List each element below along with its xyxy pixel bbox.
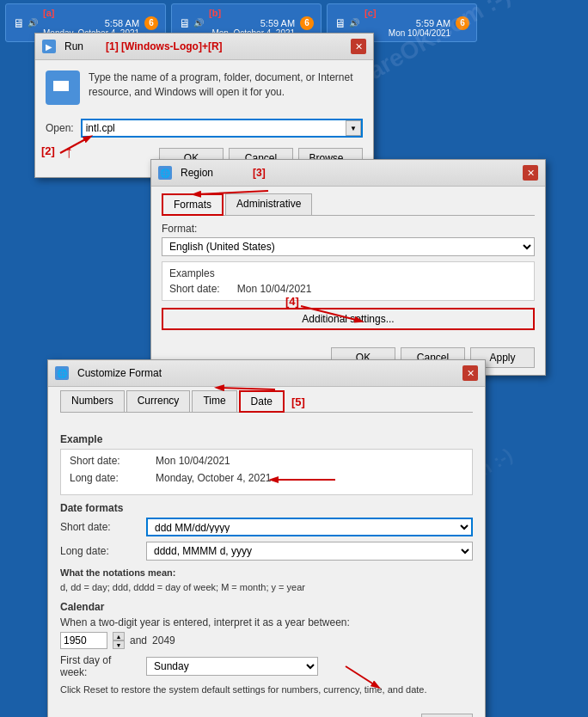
- notation-title: What the notations mean:: [60, 567, 175, 578]
- taskbar-time-c: 5:59 AM Mon 10/04/2021: [364, 18, 450, 38]
- run-dialog: ▶ Run [1] [Windows-Logo]+[R] ✕ Type the …: [34, 33, 374, 178]
- customize-dialog: 🌐 Customize Format ✕ Numbers Currency Ti…: [47, 359, 486, 717]
- year-from-up[interactable]: ▲: [113, 632, 125, 640]
- region-example-row: Short date: Mon 10/04/2021: [169, 283, 527, 295]
- customize-short-date-label: Short date:: [70, 455, 147, 467]
- region-titlebar: 🌐 Region [3] ✕: [151, 160, 545, 187]
- tab-time[interactable]: Time: [192, 390, 236, 412]
- short-date-format-label: Short date:: [60, 521, 138, 533]
- run-input-wrap: ▼: [81, 119, 363, 138]
- region-close-button[interactable]: ✕: [523, 165, 538, 181]
- year-from-down[interactable]: ▼: [113, 640, 125, 649]
- region-title: 🌐 Region [3]: [158, 166, 266, 180]
- tab-administrative[interactable]: Administrative: [225, 193, 312, 215]
- taskbar-label-b: [b]: [209, 8, 295, 18]
- customize-short-date-value: Mon 10/04/2021: [156, 455, 230, 467]
- first-day-select[interactable]: Sunday: [146, 657, 318, 676]
- customize-titlebar: 🌐 Customize Format ✕: [48, 360, 485, 387]
- year-and-label: and: [130, 634, 147, 647]
- run-annotation: [1] [Windows-Logo]+[R]: [106, 40, 223, 52]
- region-body: Formats Administrative Format: English (…: [151, 187, 545, 342]
- region-dialog: 🌐 Region [3] ✕ Formats Administrative Fo…: [150, 159, 546, 376]
- run-title: ▶ Run [1] [Windows-Logo]+[R]: [42, 40, 223, 53]
- taskbar-icon-b: 🖥 🔊: [179, 16, 204, 30]
- date-formats-header: Date formats: [60, 502, 473, 514]
- region-short-date-value: Mon 10/04/2021: [237, 283, 312, 295]
- run-close-button[interactable]: ✕: [351, 39, 366, 54]
- customize-body: Example Short date: Mon 10/04/2021 Long …: [48, 420, 485, 710]
- region-format-row: Format: English (United States): [162, 223, 535, 256]
- notation-text: What the notations mean: d, dd = day; dd…: [60, 566, 473, 594]
- year-from-spin: ▲ ▼: [113, 632, 125, 649]
- first-day-row: First day of week: Sunday: [60, 654, 473, 678]
- first-day-label: First day of week:: [60, 654, 138, 678]
- customize-long-date-value: Monday, October 4, 2021: [156, 472, 272, 484]
- taskbar-badge-b: 6: [300, 16, 314, 30]
- svg-rect-2: [57, 93, 65, 95]
- run-body: Type the name of a program, folder, docu…: [35, 60, 373, 115]
- run-icon: ▶: [42, 40, 56, 53]
- calendar-header: Calendar: [60, 601, 473, 613]
- customize-long-date-row: Long date: Monday, October 4, 2021: [70, 472, 463, 484]
- taskbar-icon-a: 🖥 🔊: [13, 16, 38, 30]
- run-dropdown-button[interactable]: ▼: [346, 120, 361, 136]
- taskbar-label-a: [a]: [43, 8, 139, 18]
- taskbar-label-c: [c]: [364, 8, 450, 18]
- additional-row: Additional settings...: [162, 308, 535, 330]
- customize-short-date-row: Short date: Mon 10/04/2021: [70, 455, 463, 467]
- tab-formats[interactable]: Formats: [162, 193, 224, 216]
- long-date-format-label: Long date:: [60, 545, 138, 557]
- example-section-header: Example: [60, 433, 473, 445]
- run-titlebar: ▶ Run [1] [Windows-Logo]+[R] ✕: [35, 34, 373, 60]
- long-date-format-select[interactable]: dddd, MMMM d, yyyy: [146, 542, 473, 561]
- short-date-format-select[interactable]: ddd MM/dd/yyyy: [146, 518, 473, 536]
- region-format-select[interactable]: English (United States): [162, 237, 535, 256]
- calendar-year-inputs: ▲ ▼ and 2049: [60, 632, 473, 649]
- region-examples-box: Examples Short date: Mon 10/04/2021: [162, 261, 535, 301]
- customize-icon: 🌐: [55, 366, 69, 380]
- customize-example-box: Short date: Mon 10/04/2021 Long date: Mo…: [60, 449, 473, 495]
- customize-buttons: Reset: [48, 710, 485, 717]
- calendar-section: Calendar When a two-digit year is entere…: [60, 601, 473, 678]
- additional-settings-button[interactable]: Additional settings...: [162, 308, 535, 330]
- annotation-5: [5]: [291, 395, 305, 408]
- region-short-date-label: Short date:: [169, 283, 220, 295]
- reset-note: Click Reset to restore the system defaul…: [60, 683, 473, 696]
- customize-tab-bar-wrap: Numbers Currency Time Date [5]: [48, 387, 485, 413]
- run-input[interactable]: [81, 119, 363, 138]
- customize-title: 🌐 Customize Format: [55, 366, 162, 380]
- run-app-icon: [46, 70, 80, 105]
- long-date-format-row: Long date: dddd, MMMM d, yyyy: [60, 542, 473, 561]
- region-annotation: [3]: [253, 167, 266, 179]
- svg-rect-3: [55, 95, 67, 96]
- taskbar-badge-a: 6: [144, 16, 158, 30]
- taskbar-badge-c: 6: [456, 16, 469, 30]
- year-from-input[interactable]: [60, 632, 107, 649]
- customize-long-date-label: Long date:: [70, 472, 147, 484]
- customize-close-button[interactable]: ✕: [462, 365, 478, 381]
- region-tab-bar: Formats Administrative: [162, 193, 535, 216]
- run-open-label: Open:: [46, 122, 74, 134]
- tab-currency[interactable]: Currency: [126, 390, 191, 412]
- customize-reset-button[interactable]: Reset: [421, 714, 473, 717]
- run-description: Type the name of a program, folder, docu…: [89, 70, 363, 100]
- region-examples-title: Examples: [169, 267, 527, 279]
- short-date-format-row: Short date: ddd MM/dd/yyyy: [60, 518, 473, 536]
- tab-numbers[interactable]: Numbers: [60, 390, 125, 412]
- svg-rect-1: [53, 81, 69, 91]
- region-icon: 🌐: [158, 166, 172, 180]
- calendar-year-row: When a two-digit year is entered, interp…: [60, 616, 473, 628]
- tab-date[interactable]: Date: [239, 390, 285, 413]
- year-to-value: 2049: [152, 634, 175, 647]
- taskbar-icon-c: 🖥 🔊: [334, 16, 359, 30]
- customize-tab-bar: Numbers Currency Time Date [5]: [60, 390, 473, 413]
- run-open-row: Open: ▼: [35, 115, 373, 144]
- region-format-label: Format:: [162, 223, 535, 235]
